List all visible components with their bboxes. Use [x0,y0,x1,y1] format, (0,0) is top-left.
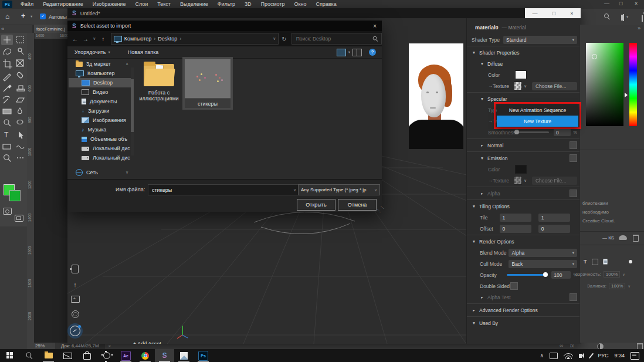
open-button[interactable]: Открыть [297,199,335,211]
notification-center-icon[interactable] [631,352,639,360]
s-app-titlebar[interactable]: S Untitled* — □ × [67,8,581,18]
chevron-down-icon[interactable]: ∨ [273,36,276,41]
color-picker-field[interactable] [586,43,623,126]
taskbar-chrome-button[interactable] [135,349,155,362]
preview-pane-icon[interactable] [352,49,362,56]
file-item-image-selected[interactable]: стикеры [182,57,233,110]
filetype-select[interactable]: Any Supported Type (*.jpeg *.jp ∨ [298,184,380,195]
diffuse-color-swatch[interactable] [515,70,527,79]
material-name[interactable]: material0 [475,25,499,31]
s-minimize-button[interactable]: — [533,11,538,16]
diffuse-texture-swatch[interactable] [514,82,522,90]
device-preview-icon[interactable] [72,265,79,273]
status-options-icon[interactable]: > [109,343,111,349]
new-folder-button[interactable]: Новая папка [128,49,158,55]
start-button[interactable] [0,349,19,362]
menu-window[interactable]: Окно [290,0,311,9]
ps-restore-button[interactable]: □ [619,1,622,6]
help-icon[interactable]: ? [369,49,376,56]
section-tiling-options[interactable]: ▼ Tiling Options [467,201,581,212]
taskbar-store-button[interactable] [77,349,97,362]
smart-object-filter-icon[interactable] [603,259,607,265]
view-dropdown-icon[interactable]: ▾ [348,50,350,55]
section-advanced-render-options[interactable]: ▸ Advanced Render Options [467,305,581,316]
sidebar-item-videos[interactable]: Видео [69,87,131,97]
menu-view[interactable]: Просмотр [256,0,289,9]
hue-marker[interactable] [625,93,628,97]
filter-toggle-icon[interactable] [629,260,632,263]
filename-input[interactable] [151,187,293,194]
expand-icon[interactable]: ∨ [126,170,128,175]
emission-color-swatch[interactable] [515,165,527,174]
back-icon[interactable]: ← [70,36,80,42]
taskbar-photoshop-button[interactable]: Ps [194,349,213,362]
chevron-down-icon[interactable]: ∨ [293,188,296,192]
taskbar-explorer-button[interactable] [39,349,58,362]
taskbar-s-app-button[interactable]: S [155,349,174,362]
sidebar-item-3d-objects[interactable]: Объемные объ [69,134,131,144]
tray-expand-icon[interactable]: ∧ [540,353,544,358]
alpha-test-checkbox[interactable] [570,293,577,301]
move-tool-dropdown-icon[interactable]: ▾ [30,14,32,19]
sidebar-item-network[interactable]: Сеть ∨ [69,168,131,177]
screen-mode-icon[interactable] [15,215,23,222]
taskbar-search-button[interactable] [19,349,39,362]
color-selector-ring[interactable] [592,54,597,59]
sidebar-item-local-disk-1[interactable]: Локальный дис [69,144,131,153]
opacity-value[interactable]: 100 [551,271,571,279]
add-folder-icon[interactable] [71,296,80,303]
search-input[interactable] [295,35,372,42]
quick-mask-icon[interactable] [3,208,12,215]
ps-close-button[interactable]: × [635,1,638,6]
offset-x-input[interactable]: 0 [500,225,531,233]
offset-y-input[interactable]: 0 [538,225,570,233]
menu-layers[interactable]: Слои [130,0,152,9]
alpha-checkbox[interactable] [570,190,577,197]
taskbar-aftereffects-button[interactable]: Ae [116,349,135,362]
reference-image-card[interactable] [409,43,463,149]
recent-locations-icon[interactable]: ∨ [91,36,98,41]
collapse-icon[interactable]: ∧ [126,62,128,66]
normal-checkbox[interactable] [570,141,577,149]
section-alpha[interactable]: ▸ Alpha [467,188,581,199]
shape-filter-icon[interactable] [592,259,598,265]
chevron-down-icon[interactable]: ∨ [628,284,630,288]
smoothness-slider[interactable] [515,131,549,133]
breadcrumb[interactable]: Компьютер › Desktop › ∨ [111,33,279,45]
pen-icon[interactable] [591,353,592,359]
panel-more-icon[interactable]: » [638,25,640,31]
menu-file[interactable]: Файл [16,0,38,9]
text-filter-icon[interactable]: T [584,259,587,265]
volume-icon[interactable] [579,354,585,358]
refresh-icon[interactable]: ↻ [282,36,286,42]
sidebar-item-local-disk-2[interactable]: Локальный дис [69,153,131,163]
debug-icon[interactable] [72,310,79,318]
forward-icon[interactable]: → [80,36,91,42]
section-normal[interactable]: ▸ Normal [467,140,581,151]
move-tool-icon[interactable]: + [21,12,25,20]
language-indicator[interactable]: РУС [598,353,608,358]
tool-icons[interactable]: T [1,34,26,165]
menu-3d[interactable]: 3D [240,0,256,9]
menu-edit[interactable]: Редактирование [38,0,88,9]
upload-icon[interactable]: ↑ [73,281,77,288]
section-used-by[interactable]: ▼ Used By [467,317,581,329]
autoselect-checkbox[interactable]: ✓ [40,13,46,19]
up-icon[interactable]: ↑ [98,36,109,42]
collapse-panels-icon[interactable]: « [1,26,4,32]
section-render-options[interactable]: ▼ Render Options [467,236,581,247]
emission-choose-file-button[interactable]: Choose File... [532,177,577,185]
chevron-down-icon[interactable]: ∨ [524,178,527,183]
sidebar-item-music[interactable]: ♪ Музыка [69,125,131,134]
taskbar-mail-button[interactable] [58,349,77,362]
cull-mode-select[interactable]: Back ▾ [509,260,577,268]
double-sided-checkbox[interactable] [510,282,518,290]
section-alpha-test[interactable]: ▸ Alpha Test [467,292,581,303]
menu-image[interactable]: Изображение [88,0,131,9]
clock[interactable]: 9:34 [614,353,625,358]
ps-minimize-button[interactable]: — [604,1,609,6]
tablet-mode-icon[interactable] [550,353,558,359]
background-color-swatch[interactable] [9,190,21,201]
home-icon[interactable]: ⌂ [5,12,9,21]
opacity-slider[interactable] [507,274,547,276]
